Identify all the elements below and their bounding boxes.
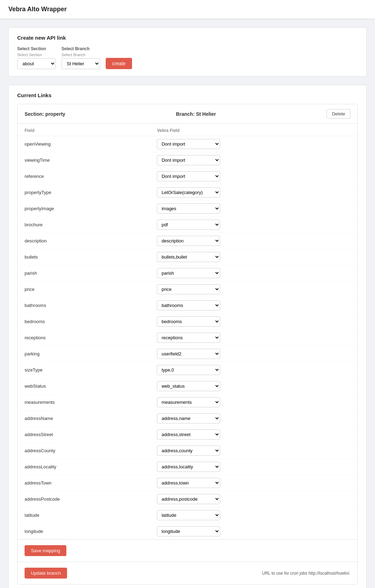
field-name: price [18,281,150,298]
vebra-field-select[interactable]: pdf [157,220,220,230]
vebra-field-select[interactable]: latitude [157,510,220,520]
table-row: addressStreetaddress,street [18,427,357,443]
table-row: latitudelatitude [18,507,357,523]
select-branch-sublabel: Select Branch [61,53,100,57]
create-api-section: Create new API link Select Section Selec… [8,27,367,76]
field-name: addressCounty [18,443,150,459]
vebra-field-select[interactable]: bullets,bullet [157,252,220,262]
vebra-field-select-cell: address,locality [150,459,357,475]
vebra-field-select[interactable]: description [157,236,220,246]
field-name: webStatus [18,378,150,394]
table-row: receptionsreceptions [18,330,357,346]
table-row: bedroomsbedrooms [18,314,357,330]
vebra-field-select-cell: address,name [150,410,357,427]
vebra-field-select[interactable]: bathrooms [157,300,220,310]
table-row: addressCountyaddress,county [18,443,357,459]
vebra-field-select[interactable]: images [157,203,220,214]
cron-url[interactable]: http://localhost/huelin/. [309,571,350,576]
vebra-field-select-cell: userfield2 [150,346,357,362]
field-name: bullets [18,249,150,265]
vebra-field-select[interactable]: address,name [157,413,220,423]
vebra-field-select[interactable]: parish [157,268,220,278]
current-links-title: Current Links [17,92,358,98]
table-row: addressLocalityaddress,locality [18,459,357,475]
field-name: addressLocality [18,459,150,475]
update-section: Update branch URL to use for cron jobs h… [18,562,357,584]
field-name: addressName [18,410,150,427]
app-header: Vebra Alto Wrapper [0,0,375,19]
vebra-field-select[interactable]: Dont import [157,139,220,149]
vebra-field-select-cell: address,county [150,443,357,459]
vebra-field-select-cell: address,street [150,427,357,443]
field-name: receptions [18,330,150,346]
delete-button[interactable]: Delete [327,109,350,119]
vebra-field-select-cell: price [150,281,357,298]
create-section-title: Create new API link [17,35,358,41]
branch-select[interactable]: St Helier St Saviour St Clement [61,58,100,69]
table-row: longitudelongitude [18,523,357,540]
field-name: bathrooms [18,298,150,314]
field-name: addressStreet [18,427,150,443]
vebra-field-select[interactable]: Dont import [157,155,220,165]
vebra-field-select[interactable]: address,street [157,429,220,440]
table-row: addressTownaddress,town [18,475,357,491]
table-row: priceprice [18,281,357,298]
table-row: bulletsbullets,bullet [18,249,357,265]
table-row: bathroomsbathrooms [18,298,357,314]
table-row: sizeTypetype,0 [18,362,357,378]
vebra-field-select[interactable]: address,locality [157,462,220,472]
vebra-field-select-cell: longitude [150,523,357,540]
cron-label: URL to use for cron jobs [262,571,307,576]
field-name: openViewing [18,136,150,152]
update-branch-button[interactable]: Update branch [25,568,67,579]
mapping-actions: Save mapping [18,539,357,562]
section-select[interactable]: about property staff [17,58,56,69]
vebra-field-select[interactable]: type,0 [157,365,220,375]
col-vebra-field: Vebra Field [150,124,357,136]
branch-label: Branch: St Helier [176,111,216,117]
field-name: addressTown [18,475,150,491]
vebra-field-select[interactable]: price [157,284,220,294]
field-name: brochure [18,217,150,233]
vebra-field-select[interactable]: bedrooms [157,316,220,327]
field-name: viewingTime [18,152,150,168]
field-name: longitude [18,523,150,540]
table-row: webStatusweb_status [18,378,357,394]
vebra-field-select[interactable]: web_status [157,381,220,391]
table-row: addressPostcodeaddress,postcode [18,491,357,507]
table-row: openViewingDont import [18,136,357,152]
vebra-field-select[interactable]: userfield2 [157,349,220,359]
field-name: description [18,233,150,249]
section-label: Section: property [25,111,65,117]
field-name: measurements [18,394,150,410]
table-row: addressNameaddress,name [18,410,357,427]
save-mapping-button[interactable]: Save mapping [25,545,66,556]
link-block: Section: property Branch: St Helier Dele… [17,104,358,584]
table-row: measurementsmeasurements [18,394,357,410]
vebra-field-select[interactable]: measurements [157,397,220,407]
field-name: propertyType [18,185,150,201]
vebra-field-select[interactable]: longitude [157,526,220,536]
vebra-field-select[interactable]: Dont import [157,171,220,181]
vebra-field-select-cell: latitude [150,507,357,523]
table-row: parishparish [18,265,357,281]
field-name: sizeType [18,362,150,378]
vebra-field-select[interactable]: receptions [157,333,220,343]
vebra-field-select[interactable]: LetOrSale(category) [157,187,220,198]
select-section-sublabel: Select Section [17,53,56,57]
vebra-field-select-cell: pdf [150,217,357,233]
vebra-field-select-cell: address,postcode [150,491,357,507]
field-name: propertyImage [18,201,150,217]
vebra-field-select[interactable]: address,town [157,478,220,488]
vebra-field-select-cell: bathrooms [150,298,357,314]
field-name: parish [18,265,150,281]
field-name: latitude [18,507,150,523]
mapping-table: Field Vebra Field openViewingDont import… [18,124,357,539]
field-name: bedrooms [18,314,150,330]
col-field: Field [18,124,150,136]
create-button[interactable]: create [106,58,132,69]
table-row: descriptiondescription [18,233,357,249]
vebra-field-select[interactable]: address,postcode [157,494,220,504]
vebra-field-select-cell: images [150,201,357,217]
vebra-field-select[interactable]: address,county [157,446,220,456]
